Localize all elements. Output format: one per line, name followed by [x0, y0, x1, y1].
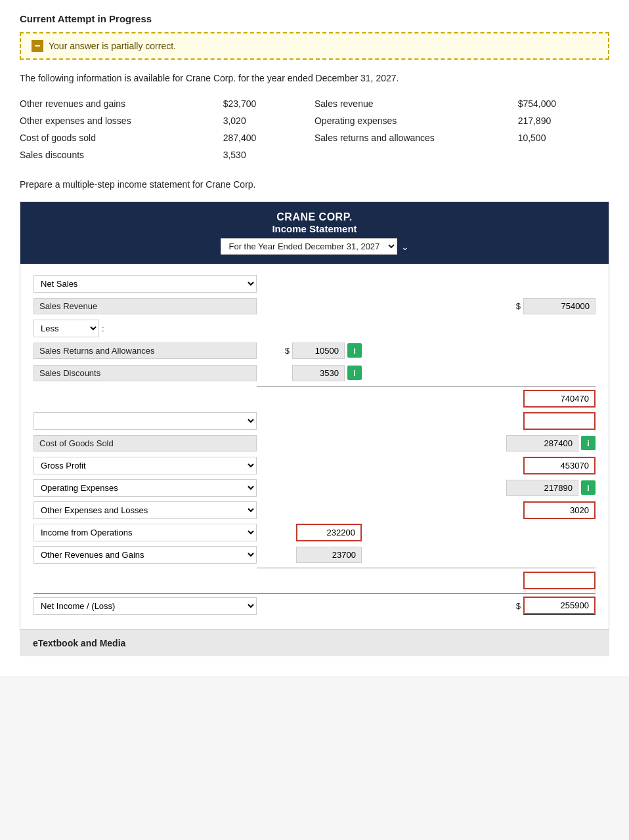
gross-profit-select[interactable]: Gross Profit — [33, 457, 257, 474]
gross-profit-input[interactable] — [523, 457, 596, 474]
net-income-select[interactable]: Net Income / (Loss) — [33, 597, 257, 615]
other-expenses-right — [362, 501, 596, 519]
operating-expenses-input[interactable] — [506, 480, 578, 496]
label-cost-of-goods: Cost of goods sold — [20, 129, 223, 146]
period-row[interactable]: For the Year Ended December 31, 2027 ⌄ — [27, 238, 602, 255]
label-sales-discounts: Sales discounts — [20, 146, 223, 163]
income-header: CRANE CORP. Income Statement For the Yea… — [20, 202, 609, 264]
operating-expenses-select[interactable]: Operating Expenses — [33, 479, 257, 497]
row-sales-revenue: Sales Revenue $ — [33, 297, 596, 315]
row-sales-returns: Sales Returns and Allowances $ i — [33, 341, 596, 360]
cost-of-goods-label: Cost of Goods Sold — [33, 435, 257, 452]
sales-returns-input[interactable] — [292, 343, 345, 359]
income-card: CRANE CORP. Income Statement For the Yea… — [20, 201, 609, 630]
sales-returns-info-btn[interactable]: i — [347, 343, 362, 358]
other-revenues-mid — [257, 547, 362, 563]
net-income-input[interactable] — [523, 597, 596, 615]
label-sales-returns: Sales returns and allowances — [314, 129, 518, 146]
other-revenues-input[interactable] — [296, 547, 362, 563]
row-pre-net-income — [33, 571, 596, 589]
row-other-revenues: Other Revenues and Gains — [33, 545, 596, 564]
value-other-expenses: 3,020 — [223, 112, 314, 129]
value-other-revenues: $23,700 — [223, 95, 314, 112]
pre-net-income-right — [362, 572, 596, 589]
net-sales-select[interactable]: Net Sales — [33, 275, 257, 293]
less-colon: : — [102, 324, 104, 333]
empty-select[interactable] — [33, 412, 257, 430]
sales-discounts-mid: i — [257, 365, 362, 381]
less-col[interactable]: Less : — [33, 320, 165, 337]
sales-discounts-label-col: Sales Discounts — [33, 365, 257, 381]
cost-of-goods-info-btn[interactable]: i — [581, 436, 596, 450]
other-revenues-select[interactable]: Other Revenues and Gains — [33, 546, 257, 564]
sales-revenue-right: $ — [362, 298, 596, 314]
row-740470 — [33, 389, 596, 408]
cost-of-goods-right: i — [362, 435, 596, 452]
sales-discounts-input[interactable] — [292, 365, 345, 381]
sales-returns-dollar: $ — [285, 346, 290, 356]
separator-1 — [257, 386, 596, 387]
cost-of-goods-label-col: Cost of Goods Sold — [33, 435, 257, 452]
income-from-ops-select[interactable]: Income from Operations — [33, 524, 257, 541]
data-table: Other revenues and gains $23,700 Sales r… — [20, 95, 609, 163]
row-income-from-ops: Income from Operations — [33, 523, 596, 541]
operating-expenses-info-btn[interactable]: i — [581, 480, 596, 495]
gross-profit-select-col[interactable]: Gross Profit — [33, 457, 257, 474]
label-other-revenues: Other revenues and gains — [20, 95, 223, 112]
label-operating-expenses: Operating expenses — [314, 112, 518, 129]
row-net-income: Net Income / (Loss) $ — [33, 593, 596, 615]
right-740470 — [362, 390, 596, 408]
other-expenses-select[interactable]: Other Expenses and Losses — [33, 501, 257, 519]
other-revenues-select-col[interactable]: Other Revenues and Gains — [33, 546, 257, 564]
net-sales-select-col[interactable]: Net Sales — [33, 275, 257, 293]
empty-select-right — [362, 412, 596, 430]
info-paragraph: The following information is available f… — [20, 73, 609, 83]
pre-net-income-input[interactable] — [523, 572, 596, 589]
cost-of-goods-input[interactable] — [506, 435, 578, 452]
table-row: Sales discounts 3,530 — [20, 146, 609, 163]
sales-returns-mid: $ i — [257, 343, 362, 359]
empty-select-col[interactable] — [33, 412, 257, 430]
empty-right-input[interactable] — [523, 412, 596, 430]
value-cost-of-goods: 287,400 — [223, 129, 314, 146]
current-attempt-title: Current Attempt in Progress — [20, 13, 609, 24]
row-net-sales: Net Sales — [33, 274, 596, 293]
value-sales-revenue: $754,000 — [518, 95, 609, 112]
gross-profit-right — [362, 457, 596, 474]
net-income-right: $ — [362, 597, 596, 615]
other-expenses-input[interactable] — [523, 501, 596, 519]
row-cost-of-goods: Cost of Goods Sold i — [33, 434, 596, 452]
income-body: Net Sales Sales Revenue $ — [20, 264, 609, 629]
sales-returns-label: Sales Returns and Allowances — [33, 343, 257, 359]
table-row: Other revenues and gains $23,700 Sales r… — [20, 95, 609, 112]
input-740470[interactable] — [523, 390, 596, 408]
period-select[interactable]: For the Year Ended December 31, 2027 — [221, 238, 397, 255]
net-income-dollar: $ — [516, 601, 521, 611]
operating-expenses-select-col[interactable]: Operating Expenses — [33, 479, 257, 497]
value-sales-discounts: 3,530 — [223, 146, 314, 163]
sales-revenue-label: Sales Revenue — [33, 298, 257, 314]
table-row: Cost of goods sold 287,400 Sales returns… — [20, 129, 609, 146]
less-select[interactable]: Less — [33, 320, 99, 337]
sales-discounts-label: Sales Discounts — [33, 365, 257, 381]
sales-revenue-input[interactable] — [523, 298, 596, 314]
separator-2 — [257, 568, 596, 568]
value-sales-returns: 10,500 — [518, 129, 609, 146]
value-operating-expenses: 217,890 — [518, 112, 609, 129]
net-income-select-col[interactable]: Net Income / (Loss) — [33, 597, 257, 615]
row-operating-expenses: Operating Expenses i — [33, 478, 596, 497]
income-from-ops-select-col[interactable]: Income from Operations — [33, 524, 257, 541]
page-container: Current Attempt in Progress − Your answe… — [0, 0, 629, 676]
row-less: Less : — [33, 319, 596, 337]
prepare-label: Prepare a multiple-step income statement… — [20, 179, 609, 190]
income-from-ops-input[interactable] — [296, 524, 362, 541]
sales-revenue-dollar: $ — [516, 301, 521, 311]
partial-correct-message: Your answer is partially correct. — [49, 41, 176, 51]
row-sales-discounts: Sales Discounts i — [33, 364, 596, 382]
sales-discounts-info-btn[interactable]: i — [347, 366, 362, 380]
label-other-expenses: Other expenses and losses — [20, 112, 223, 129]
sales-revenue-label-col: Sales Revenue — [33, 298, 257, 314]
other-expenses-select-col[interactable]: Other Expenses and Losses — [33, 501, 257, 519]
row-gross-profit: Gross Profit — [33, 456, 596, 474]
company-name: CRANE CORP. — [27, 211, 602, 223]
